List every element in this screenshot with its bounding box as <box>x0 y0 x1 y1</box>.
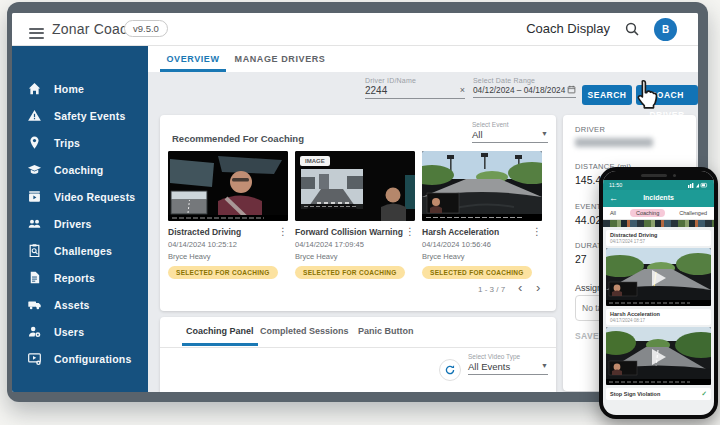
avatar[interactable]: B <box>654 18 677 41</box>
event-card-2-meta: Forward Collision Warning⋮ 04/14/2024 17… <box>295 227 415 279</box>
sidebar-item-assets[interactable]: Assets <box>12 291 148 318</box>
tab-panic-button[interactable]: Panic Button <box>358 326 414 336</box>
phone-tabs: All Coaching Challenged <box>603 207 714 220</box>
tab-overview[interactable]: OVERVIEW <box>160 46 226 72</box>
event-video-thumbnail-1[interactable] <box>168 151 288 221</box>
phone-status-icons <box>688 182 708 188</box>
event-datetime: 04/14/2024 17:09:45 <box>295 240 415 249</box>
sidebar-item-label: Drivers <box>54 218 92 230</box>
select-event-value[interactable]: All▼ <box>472 128 548 143</box>
phone-tab-all[interactable]: All <box>610 210 616 216</box>
tab-coaching-panel[interactable]: Coaching Panel <box>182 326 258 346</box>
sidebar-item-drivers[interactable]: Drivers <box>12 210 148 237</box>
sidebar-item-label: Assets <box>54 299 90 311</box>
phone-header: ← Incidents <box>603 190 714 207</box>
phone-video-1[interactable] <box>606 248 711 306</box>
sidebar-item-safety-events[interactable]: Safety Events <box>12 102 148 129</box>
tab-manage-drivers[interactable]: MANAGE DRIVERS <box>232 46 328 72</box>
image-tag: IMAGE <box>300 156 330 166</box>
sidebar-item-reports[interactable]: Reports <box>12 264 148 291</box>
sidebar-item-label: Configurations <box>54 353 131 365</box>
app-title: Zonar Coach <box>52 21 135 37</box>
sidebar-item-video-requests[interactable]: Video Requests <box>12 183 148 210</box>
event-title: Forward Collision Warning <box>295 227 403 237</box>
menu-icon[interactable] <box>29 25 44 41</box>
date-range-field[interactable]: Select Date Range 04/12/2024 – 04/18/202… <box>473 77 576 98</box>
sidebar-item-label: Safety Events <box>54 110 125 122</box>
video-archive-icon <box>27 189 42 204</box>
truck-icon <box>27 297 42 312</box>
sidebar: Home Safety Events Trips Coaching Video … <box>12 46 148 392</box>
kebab-menu-icon[interactable]: ⋮ <box>532 227 542 236</box>
phone-tab-challenged[interactable]: Challenged <box>679 210 707 216</box>
version-badge: v9.5.0 <box>124 20 168 37</box>
date-range-value[interactable]: 04/12/2024 – 04/18/2024 <box>473 84 576 98</box>
driver-id-value[interactable]: 2244 × <box>365 84 465 99</box>
select-video-type-value[interactable]: All Events▼ <box>468 360 548 375</box>
event-video-thumbnail-3[interactable] <box>422 151 542 221</box>
clipboard-search-icon <box>27 243 42 258</box>
road-cam-image <box>422 151 542 221</box>
event-title: Harsh Acceleration <box>422 227 499 237</box>
refresh-button[interactable] <box>439 359 461 381</box>
sidebar-item-label: Challenges <box>54 245 112 257</box>
sidebar-item-challenges[interactable]: Challenges <box>12 237 148 264</box>
phone-video-2[interactable] <box>606 327 711 385</box>
sidebar-item-label: Reports <box>54 272 95 284</box>
search-button[interactable]: SEARCH <box>582 85 632 105</box>
pagination-next-icon[interactable]: › <box>536 280 540 295</box>
sidebar-item-trips[interactable]: Trips <box>12 129 148 156</box>
kebab-menu-icon[interactable]: ⋮ <box>278 227 288 236</box>
incident-title: Stop Sign Violation <box>610 391 660 397</box>
recommended-title: Recommended For Coaching <box>172 133 304 144</box>
phone-status-bar: 11:50 <box>603 180 714 190</box>
select-event-dropdown[interactable]: Select Event All▼ <box>472 121 548 143</box>
event-datetime: 04/14/2024 10:56:46 <box>422 240 542 249</box>
select-video-type-label: Select Video Type <box>468 353 548 360</box>
sidebar-item-home[interactable]: Home <box>12 75 148 102</box>
recommended-coaching-card: Recommended For Coaching [data-name="rec… <box>160 115 556 311</box>
tab-completed-sessions[interactable]: Completed Sessions <box>260 326 349 336</box>
sidebar-item-label: Trips <box>54 137 80 149</box>
sidebar-item-label: Home <box>54 83 84 95</box>
main-tabbar: OVERVIEW MANAGE DRIVERS <box>148 46 698 72</box>
tab-divider <box>160 347 556 348</box>
kebab-menu-icon[interactable]: ⋮ <box>405 227 415 236</box>
event-title: Distracted Driving <box>168 227 241 237</box>
sidebar-item-label: Users <box>54 326 84 338</box>
status-badge: SELECTED FOR COACHING <box>422 266 532 279</box>
distance-value: 145.4 <box>575 174 601 186</box>
sidebar-item-coaching[interactable]: Coaching <box>12 156 148 183</box>
event-driver: Bryce Heavy <box>295 252 415 261</box>
sidebar-item-label: Coaching <box>54 164 103 176</box>
search-icon[interactable] <box>624 21 640 37</box>
phone-filmstrip[interactable] <box>603 220 714 227</box>
driver-cam-image <box>168 151 288 221</box>
pagination-prev-icon[interactable]: ‹ <box>518 280 522 295</box>
select-event-label: Select Event <box>472 121 548 128</box>
calendar-icon[interactable] <box>567 85 576 94</box>
graduation-cap-icon <box>27 162 42 177</box>
phone-time: 11:50 <box>609 182 622 188</box>
incident-date: 04/17/2024 08:17 <box>610 318 707 323</box>
phone-incident-3[interactable]: Stop Sign Violation ✓ <box>606 388 711 400</box>
hand-cursor <box>630 78 664 116</box>
incident-title: Distracted Driving <box>610 232 707 238</box>
event-video-thumbnail-2[interactable]: IMAGE <box>295 151 415 221</box>
document-icon <box>27 270 42 285</box>
phone-incident-2[interactable]: Harsh Acceleration 04/17/2024 08:17 <box>606 309 711 325</box>
event-driver: Bryce Heavy <box>422 252 542 261</box>
home-icon <box>27 81 42 96</box>
incident-date: 04/17/2024 17:57 <box>610 239 707 244</box>
chevron-down-icon: ▼ <box>541 362 548 369</box>
clear-icon[interactable]: × <box>460 85 465 95</box>
phone-tab-coaching[interactable]: Coaching <box>630 209 665 217</box>
driver-id-field[interactable]: Driver ID/Name 2244 × <box>365 77 465 99</box>
phone-camera <box>673 174 676 177</box>
select-video-type-dropdown[interactable]: Select Video Type All Events▼ <box>468 353 548 375</box>
app-header: Zonar Coach v9.5.0 Coach Display B <box>12 13 698 46</box>
sidebar-item-users[interactable]: Users <box>12 318 148 345</box>
sidebar-item-configurations[interactable]: Configurations <box>12 345 148 372</box>
sidebar-item-label: Video Requests <box>54 191 135 203</box>
phone-incident-1[interactable]: Distracted Driving 04/17/2024 17:57 <box>606 230 711 246</box>
